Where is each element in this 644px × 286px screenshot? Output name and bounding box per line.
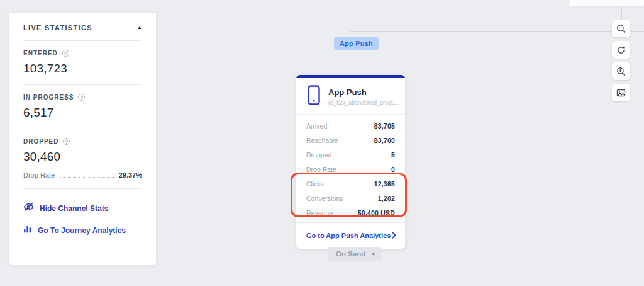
node-subtitle: (d_last_abandoned_produ... (328, 100, 399, 106)
entered-value: 103,723 (23, 62, 142, 76)
help-icon[interactable]: ? (78, 94, 85, 101)
stat-label: Revenue (306, 209, 333, 217)
stat-value: 0 (391, 166, 395, 173)
help-icon[interactable]: ? (62, 50, 69, 57)
zoom-in-icon (616, 67, 626, 76)
stat-row-clicks: Clicks 12,365 (296, 176, 405, 191)
drop-rate-label: Drop Rate (23, 171, 55, 179)
image-fit-icon (616, 88, 626, 98)
stat-value: 1,202 (378, 195, 395, 202)
entered-label: ENTERED (23, 50, 58, 57)
mobile-phone-icon (308, 85, 320, 108)
refresh-button[interactable] (612, 41, 630, 59)
app-push-analytics-link[interactable]: Go to App Push Analytics (296, 222, 405, 249)
drop-rate-value: 29.37% (119, 171, 142, 179)
stat-label: Reachable (306, 137, 338, 144)
stat-label: Arrived (306, 122, 327, 130)
panel-links: Hide Channel Stats Go To Journey Analyti… (23, 189, 142, 236)
stat-label: Drop Rate (306, 166, 336, 173)
stat-row-reachable: Reachable 83,700 (296, 133, 405, 147)
dropped-label: DROPPED (23, 138, 58, 145)
hide-channel-stats-link[interactable]: Hide Channel Stats (23, 202, 142, 214)
dropped-value: 30,460 (23, 150, 142, 164)
fit-to-screen-button[interactable] (612, 84, 630, 101)
stat-value: 12,365 (374, 180, 395, 188)
app-push-node-card[interactable]: App Push (d_last_abandoned_produ... Arri… (296, 75, 405, 249)
drop-rate-row: Drop Rate 29.37% (23, 171, 142, 180)
metric-dropped: DROPPED ? 30,460 Drop Rate 29.37% (23, 129, 142, 180)
live-statistics-title: LIVE STATISTICS (23, 24, 92, 31)
dotted-leader (60, 177, 115, 178)
zoom-in-button[interactable] (612, 62, 630, 80)
connector-badge-to-card (350, 50, 350, 76)
stat-row-drop-rate: Drop Rate 0 (296, 162, 405, 176)
eye-off-icon (23, 202, 34, 214)
stat-label: Dropped (306, 151, 331, 159)
offscreen-node-edge (569, 0, 644, 6)
stat-value: 83,700 (374, 137, 395, 144)
hide-channel-stats-label: Hide Channel Stats (40, 204, 108, 213)
journey-canvas: LIVE STATISTICS ▲ ENTERED ? 103,723 IN P… (0, 0, 644, 286)
on-send-trigger-button[interactable]: On Send ▼ (328, 247, 382, 261)
stat-label: Clicks (306, 180, 324, 188)
node-title: App Push (328, 88, 399, 97)
stat-row-conversions: Conversions 1,202 (296, 191, 405, 205)
journey-analytics-link[interactable]: Go To Journey Analytics (23, 225, 142, 236)
stat-row-dropped: Dropped 5 (296, 147, 405, 162)
node-title-block: App Push (d_last_abandoned_produ... (328, 88, 399, 106)
zoom-out-button[interactable] (612, 20, 630, 37)
node-header: App Push (d_last_abandoned_produ... (296, 78, 405, 115)
help-icon[interactable]: ? (63, 138, 70, 145)
stat-value: 5 (391, 151, 395, 159)
live-statistics-header: LIVE STATISTICS ▲ (23, 24, 142, 31)
in-progress-label: IN PROGRESS (23, 94, 74, 101)
zoom-out-icon (616, 24, 626, 33)
live-statistics-panel: LIVE STATISTICS ▲ ENTERED ? 103,723 IN P… (9, 13, 156, 265)
app-push-analytics-label: Go to App Push Analytics (306, 232, 391, 239)
stat-row-revenue: Revenue 50,400 USD (296, 205, 405, 220)
on-send-label: On Send (336, 250, 365, 258)
caret-down-icon: ▼ (371, 252, 375, 256)
collapse-caret-up-icon[interactable]: ▲ (137, 25, 142, 30)
stat-value: 50,400 USD (358, 209, 395, 217)
refresh-icon (616, 45, 626, 55)
metric-entered: ENTERED ? 103,723 (23, 41, 142, 76)
chevron-right-icon (392, 230, 396, 241)
stat-label: Conversions (306, 195, 343, 202)
metric-in-progress: IN PROGRESS ? 6,517 (23, 85, 142, 120)
connector-rail-horizontal (350, 31, 644, 32)
channel-badge-app-push: App Push (334, 37, 379, 50)
node-stats: Arrived 83,705 Reachable 83,700 Dropped … (296, 115, 405, 222)
stat-row-arrived: Arrived 83,705 (296, 118, 405, 133)
bar-chart-icon (23, 225, 32, 236)
in-progress-value: 6,517 (23, 106, 142, 120)
stat-value: 83,705 (374, 122, 395, 130)
canvas-toolbar (612, 20, 630, 101)
journey-analytics-label: Go To Journey Analytics (38, 226, 126, 235)
